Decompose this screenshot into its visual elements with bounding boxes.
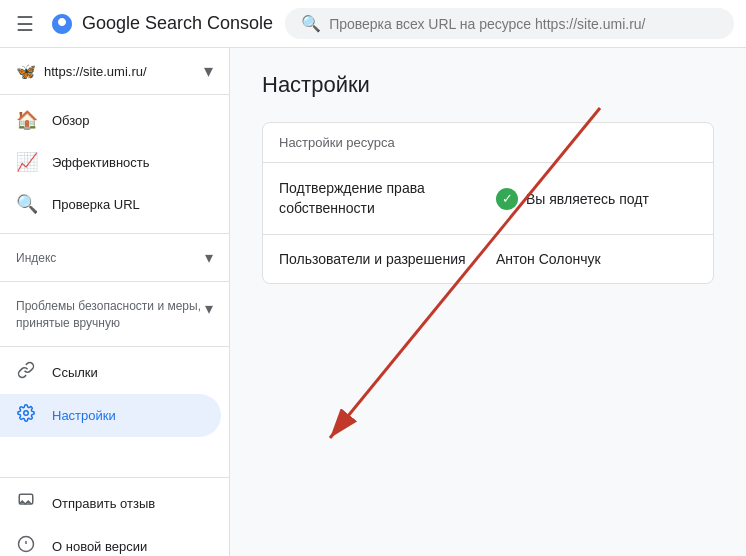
security-chevron-icon: ▾ [205,299,213,318]
main-content: Настройки Настройки ресурса Подтверждени… [230,48,746,556]
search-bar[interactable]: 🔍 [285,8,734,39]
check-icon: ✓ [496,188,518,210]
divider-2 [0,281,229,282]
dropdown-icon: ▾ [204,60,213,82]
divider-1 [0,233,229,234]
sidebar-item-feedback[interactable]: Отправить отзыв [0,482,221,525]
sidebar-item-new-version[interactable]: О новой версии [0,525,221,556]
sidebar-item-links-label: Ссылки [52,365,98,380]
sidebar-item-performance[interactable]: 📈 Эффективность [0,141,221,183]
settings-card-header: Настройки ресурса [263,123,713,163]
menu-icon[interactable]: ☰ [12,8,38,40]
search-icon: 🔍 [301,14,321,33]
index-section-title: Индекс [16,251,56,265]
sidebar-bottom-divider [0,477,229,478]
sidebar-item-overview-label: Обзор [52,113,90,128]
sidebar-item-performance-label: Эффективность [52,155,150,170]
ownership-value: ✓ Вы являетесь подт [496,188,697,210]
performance-icon: 📈 [16,151,36,173]
sidebar-item-settings[interactable]: Настройки [0,394,221,437]
settings-icon [16,404,36,427]
site-url: https://site.umi.ru/ [44,64,196,79]
sidebar-item-overview[interactable]: 🏠 Обзор [0,99,221,141]
security-section-title: Проблемы безопасности и меры, принятые в… [16,298,205,332]
index-chevron-icon: ▾ [205,248,213,267]
sidebar-item-links[interactable]: Ссылки [0,351,221,394]
settings-row-users[interactable]: Пользователи и разрешения Антон Солончук [263,235,713,283]
settings-row-ownership: Подтверждение права собственности ✓ Вы я… [263,163,713,235]
sidebar: 🦋 https://site.umi.ru/ ▾ 🏠 Обзор 📈 Эффек… [0,48,230,556]
sidebar-item-url-inspection[interactable]: 🔍 Проверка URL [0,183,221,225]
feedback-icon [16,492,36,515]
security-section-header[interactable]: Проблемы безопасности и меры, принятые в… [0,286,229,342]
search-input[interactable] [329,16,718,32]
app-title: Google Search Console [82,13,273,34]
sidebar-item-settings-label: Настройки [52,408,116,423]
settings-card: Настройки ресурса Подтверждение права со… [262,122,714,284]
header: ☰ Google Search Console 🔍 [0,0,746,48]
page-title: Настройки [262,72,714,98]
new-version-icon [16,535,36,556]
home-icon: 🏠 [16,109,36,131]
sidebar-item-url-label: Проверка URL [52,197,140,212]
divider-3 [0,346,229,347]
site-selector[interactable]: 🦋 https://site.umi.ru/ ▾ [0,48,229,95]
index-section-header[interactable]: Индекс ▾ [0,238,229,277]
main-nav: 🏠 Обзор 📈 Эффективность 🔍 Проверка URL [0,95,229,229]
svg-point-0 [24,410,29,415]
logo: Google Search Console [50,12,273,36]
users-name: Антон Солончук [496,251,601,267]
layout: 🦋 https://site.umi.ru/ ▾ 🏠 Обзор 📈 Эффек… [0,48,746,556]
links-icon [16,361,36,384]
ownership-status: Вы являетесь подт [526,191,649,207]
sidebar-item-feedback-label: Отправить отзыв [52,496,155,511]
url-inspection-icon: 🔍 [16,193,36,215]
sidebar-item-new-version-label: О новой версии [52,539,147,554]
users-label: Пользователи и разрешения [279,251,480,267]
ownership-label: Подтверждение права собственности [279,179,480,218]
google-search-console-logo-icon [50,12,74,36]
site-favicon-icon: 🦋 [16,62,36,81]
users-value: Антон Солончук [496,251,697,267]
